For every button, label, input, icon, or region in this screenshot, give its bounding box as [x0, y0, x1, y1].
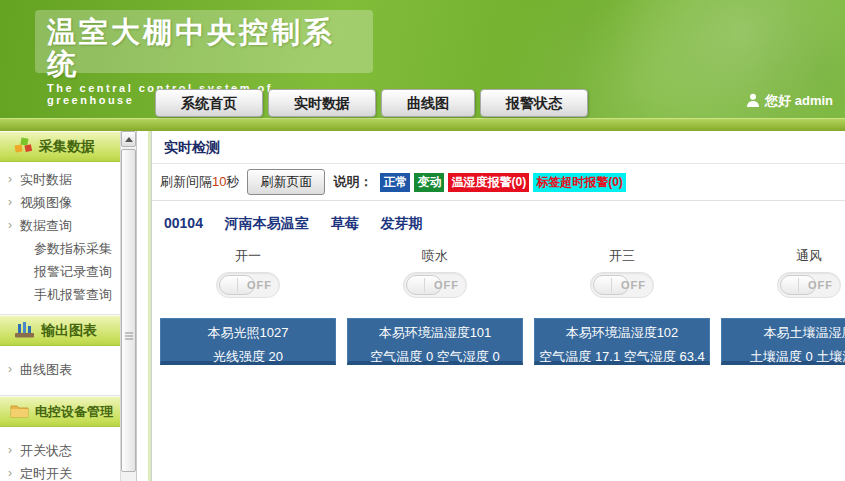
legend-label: 说明：	[333, 173, 372, 191]
app-title-box: 温室大棚中央控制系统 The central control system of…	[35, 10, 373, 73]
sidebar-header-label: 采集数据	[39, 138, 95, 156]
switch-open-1: 开一 OFF	[160, 247, 336, 298]
toggle-open-1[interactable]: OFF	[216, 272, 280, 298]
legend-chip-change: 变动	[414, 173, 444, 192]
toggle-state-label: OFF	[808, 279, 833, 291]
app-title: 温室大棚中央控制系统	[47, 16, 363, 80]
switch-spray-water: 喷水 OFF	[347, 247, 523, 298]
sensor-values: 空气温度 0 空气湿度 0	[348, 348, 522, 366]
sidebar-header-label: 输出图表	[41, 322, 97, 340]
sidebar-header-device-mgmt[interactable]: 电控设备管理	[0, 396, 120, 427]
status-legend: 正常 变动 温湿度报警(0) 标签超时报警(0)	[380, 173, 625, 192]
sidebar-header-label: 电控设备管理	[35, 403, 113, 421]
scroll-up-button[interactable]	[121, 131, 136, 147]
greenhouse-crop: 草莓	[331, 215, 359, 231]
refresh-interval-text: 刷新间隔10秒	[160, 173, 239, 191]
switch-row: 开一 OFF 喷水 OFF 开三	[152, 247, 845, 298]
toggle-state-label: OFF	[621, 279, 646, 291]
sensor-title: 本易环境温湿度102	[535, 324, 709, 342]
app-header: 温室大棚中央控制系统 The central control system of…	[0, 0, 845, 118]
main-content: 实时检测 刷新间隔10秒 刷新页面 说明： 正常 变动 温湿度报警(0) 标签超…	[148, 131, 845, 481]
user-greeting-text: 您好 admin	[765, 92, 833, 110]
sidebar-scrollbar[interactable]	[120, 131, 137, 481]
tab-realtime-data[interactable]: 实时数据	[268, 89, 376, 117]
greenhouse-code: 00104	[164, 215, 203, 231]
switch-label: 开一	[235, 247, 261, 265]
sidebar-item-param-collect[interactable]: 参数指标采集	[0, 237, 120, 260]
sidebar-header-collect-data[interactable]: 采集数据	[0, 131, 120, 162]
switch-label: 开三	[609, 247, 635, 265]
page-title: 实时检测	[164, 139, 220, 155]
sidebar-header-output-charts[interactable]: 输出图表	[0, 315, 120, 346]
switch-label: 喷水	[422, 247, 448, 265]
sensor-values: 光线强度 20	[161, 348, 335, 366]
switch-ventilation: 通风 OFF	[721, 247, 845, 298]
sensor-values: 土壤温度 0 土壤湿度	[722, 348, 845, 366]
refresh-interval-value: 10	[212, 174, 226, 189]
tab-system-home[interactable]: 系统首页	[155, 89, 263, 117]
sensor-values: 空气温度 17.1 空气湿度 63.4	[535, 348, 709, 366]
sidebar-item-video-image[interactable]: 视频图像	[0, 191, 120, 214]
scrollbar-grip-icon	[125, 331, 133, 342]
toggle-state-label: OFF	[247, 279, 272, 291]
greenhouse-info-row: 00104 河南本易温室 草莓 发芽期	[152, 201, 845, 239]
toggle-state-label: OFF	[434, 279, 459, 291]
sidebar: 采集数据 实时数据 视频图像 数据查询 参数指标采集 报警记录查询 手机报警查询	[0, 131, 120, 481]
sidebar-item-data-query[interactable]: 数据查询	[0, 214, 120, 237]
sensor-title: 本易光照1027	[161, 324, 335, 342]
tab-alarm-status[interactable]: 报警状态	[480, 89, 588, 117]
sensor-panel-soil: 本易土壤温湿度 土壤温度 0 土壤湿度	[721, 318, 845, 365]
sensor-panel-env-102: 本易环境温湿度102 空气温度 17.1 空气湿度 63.4	[534, 318, 710, 365]
content-title-row: 实时检测	[152, 131, 845, 164]
scrollbar-thumb[interactable]	[121, 149, 136, 472]
toggle-spray-water[interactable]: OFF	[403, 272, 467, 298]
sidebar-item-switch-status[interactable]: 开关状态	[0, 439, 120, 462]
sidebar-item-timed-switch[interactable]: 定时开关	[0, 462, 120, 481]
sensor-panel-env-101: 本易环境温湿度101 空气温度 0 空气湿度 0	[347, 318, 523, 365]
legend-chip-temp-humidity-alarm: 温湿度报警(0)	[448, 173, 529, 192]
header-divider-bar	[0, 118, 845, 131]
user-greeting: 您好 admin	[746, 92, 833, 110]
greenhouse-name: 河南本易温室	[225, 215, 309, 231]
toggle-ventilation[interactable]: OFF	[777, 272, 841, 298]
sensor-panel-light: 本易光照1027 光线强度 20	[160, 318, 336, 365]
sensor-panel-row: 本易光照1027 光线强度 20 本易环境温湿度101 空气温度 0 空气湿度 …	[152, 318, 845, 365]
sidebar-section-collect-data: 采集数据 实时数据 视频图像 数据查询 参数指标采集 报警记录查询 手机报警查询	[0, 131, 120, 314]
greenhouse-stage: 发芽期	[381, 215, 423, 231]
legend-chip-normal: 正常	[380, 173, 410, 192]
toggle-open-3[interactable]: OFF	[590, 272, 654, 298]
sidebar-section-device-mgmt: 电控设备管理 开关状态 定时开关	[0, 395, 120, 481]
legend-chip-tag-timeout-alarm: 标签超时报警(0)	[533, 173, 626, 192]
sidebar-item-alarm-record-query[interactable]: 报警记录查询	[0, 260, 120, 283]
nav-tabs: 系统首页 实时数据 曲线图 报警状态	[155, 89, 588, 117]
cubes-icon	[14, 137, 33, 157]
sidebar-item-realtime-data[interactable]: 实时数据	[0, 168, 120, 191]
sensor-title: 本易土壤温湿度	[722, 324, 845, 342]
folder-icon	[10, 403, 29, 421]
sidebar-item-mobile-alarm-query[interactable]: 手机报警查询	[0, 283, 120, 306]
chart-tray-icon	[14, 321, 35, 341]
switch-label: 通风	[796, 247, 822, 265]
refresh-page-button[interactable]: 刷新页面	[247, 169, 325, 195]
sidebar-item-curve-charts[interactable]: 曲线图表	[0, 358, 120, 381]
user-icon	[746, 93, 760, 110]
tab-curve-chart[interactable]: 曲线图	[381, 89, 475, 117]
sensor-title: 本易环境温湿度101	[348, 324, 522, 342]
switch-open-3: 开三 OFF	[534, 247, 710, 298]
refresh-row: 刷新间隔10秒 刷新页面 说明： 正常 变动 温湿度报警(0) 标签超时报警(0…	[152, 164, 845, 201]
sidebar-section-output-charts: 输出图表 曲线图表	[0, 314, 120, 395]
